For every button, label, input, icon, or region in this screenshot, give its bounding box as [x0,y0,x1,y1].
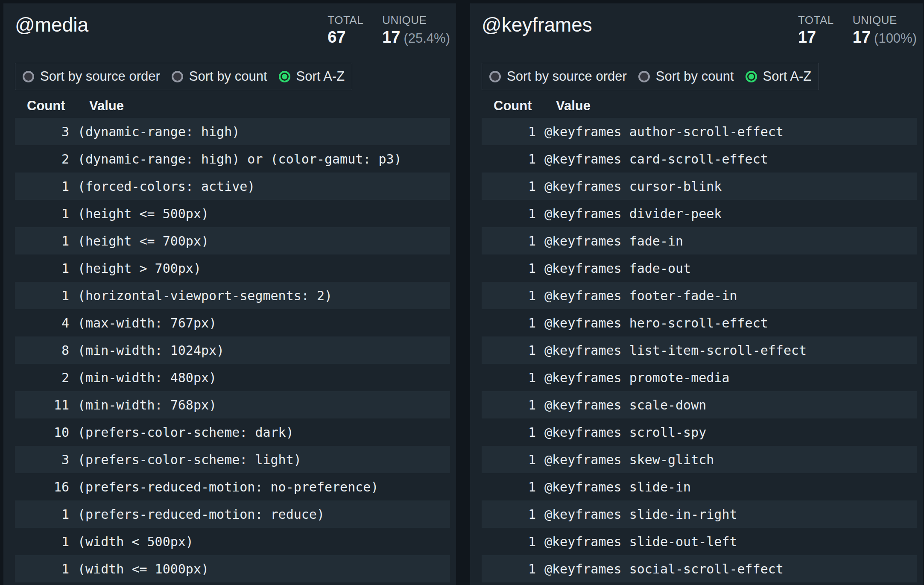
row-count: 1 [15,179,69,194]
radio-icon [746,71,757,82]
sort-option-label: Sort A-Z [763,69,812,84]
sort-a-z-radio[interactable]: Sort A-Z [746,69,812,84]
row-value: @keyframes slide-in-right [544,507,737,522]
table-row: 1@keyframes scroll-spy [482,418,917,446]
sort-option-label: Sort by source order [40,69,160,84]
unique-stat: UNIQUE 17 (100%) [853,14,917,47]
row-count: 1 [482,398,536,412]
unique-stat: UNIQUE 17 (25.4%) [382,14,450,47]
row-count: 2 [15,152,69,167]
unique-label: UNIQUE [853,14,917,27]
table-row: 1@keyframes scale-down [482,391,917,418]
panel-header: @media TOTAL 67 UNIQUE 17 (25.4%) [15,14,450,47]
table-row: 1@keyframes social-scroll-effect [482,555,917,582]
row-value: (prefers-color-scheme: light) [78,452,301,467]
panel-stats: TOTAL 17 UNIQUE 17 (100%) [798,14,917,47]
row-value: @keyframes promote-media [544,370,729,385]
row-count: 1 [482,179,536,194]
row-value: @keyframes cursor-blink [544,179,722,194]
row-count: 1 [482,288,536,303]
sort-by-count-radio[interactable]: Sort by count [172,69,267,84]
total-label: TOTAL [327,14,363,27]
row-count: 3 [15,124,69,139]
total-value: 67 [327,28,345,47]
row-value: (prefers-reduced-motion: reduce) [78,507,325,522]
table-row: 1@keyframes list-item-scroll-effect [482,336,917,364]
row-count: 1 [482,234,536,249]
column-header-value: Value [89,97,124,114]
row-value: (max-width: 767px) [78,316,216,331]
row-value: (prefers-reduced-motion: no-preference) [78,480,378,494]
table-row: 2(min-width: 480px) [15,364,450,391]
table-row: 2(dynamic-range: high) or (color-gamut: … [15,145,450,173]
table-row: 1@keyframes hero-scroll-effect [482,309,917,336]
sort-a-z-radio[interactable]: Sort A-Z [279,69,345,84]
row-value: (min-width: 480px) [78,370,216,385]
table-row: 11(min-width: 768px) [15,391,450,418]
panel-stats: TOTAL 67 UNIQUE 17 (25.4%) [327,14,450,47]
sort-option-label: Sort by source order [507,69,627,84]
table-row: 8(min-width: 1024px) [15,336,450,364]
panel-title: @keyframes [482,14,592,36]
table-header: Count Value [482,97,917,114]
row-count: 1 [482,206,536,221]
column-header-count: Count [27,98,65,113]
unique-label: UNIQUE [382,14,450,27]
table-row: 1(width <= 1000px) [15,555,450,582]
row-value: @keyframes author-scroll-effect [544,124,784,139]
table-row: 16(prefers-reduced-motion: no-preference… [15,473,450,500]
table-row: 1(prefers-reduced-motion: reduce) [15,500,450,528]
table-row: 1(width < 500px) [15,528,450,555]
row-count: 10 [15,425,69,440]
row-count: 1 [15,206,69,221]
column-header-value: Value [556,97,591,114]
sort-by-source-order-radio[interactable]: Sort by source order [23,69,160,84]
sort-option-label: Sort A-Z [296,69,345,84]
table-row: 1(height <= 500px) [15,200,450,227]
unique-value: 17 [382,28,400,47]
panel-title: @media [15,14,88,36]
row-value: @keyframes slide-in [544,480,691,494]
row-value: (horizontal-viewport-segments: 2) [78,288,332,303]
row-count: 16 [15,480,69,494]
row-value: @keyframes divider-peek [544,206,722,221]
row-value: @keyframes slide-out-left [544,534,737,549]
sort-options-group: Sort by source order Sort by count Sort … [15,63,352,90]
row-value: (width < 500px) [78,534,193,549]
row-count: 1 [15,261,69,276]
row-count: 1 [482,480,536,494]
row-count: 1 [482,507,536,522]
row-value: @keyframes fade-in [544,234,683,249]
row-count: 3 [15,452,69,467]
row-value: (height <= 500px) [78,206,209,221]
column-header-count: Count [494,98,532,113]
table-row: 1@keyframes slide-in-right [482,500,917,528]
table-row: 4(max-width: 767px) [15,309,450,336]
row-count: 1 [15,562,69,576]
table-body: 3(dynamic-range: high)2(dynamic-range: h… [15,118,450,582]
row-value: (forced-colors: active) [78,179,255,194]
row-value: (height <= 700px) [78,234,209,249]
table-header: Count Value [15,97,450,114]
table-body: 1@keyframes author-scroll-effect1@keyfra… [482,118,917,582]
row-value: (prefers-color-scheme: dark) [78,425,294,440]
row-count: 11 [15,398,69,412]
table-row: 1(forced-colors: active) [15,173,450,200]
table-row: 1@keyframes author-scroll-effect [482,118,917,145]
row-value: (width <= 1000px) [78,562,209,576]
table-row: 1@keyframes slide-in [482,473,917,500]
row-value: @keyframes scale-down [544,398,706,412]
total-value: 17 [798,28,816,47]
row-value: @keyframes skew-glitch [544,452,714,467]
table-row: 1@keyframes slide-out-left [482,528,917,555]
table-row: 1@keyframes skew-glitch [482,446,917,473]
sort-by-source-order-radio[interactable]: Sort by source order [489,69,627,84]
at-keyframes-panel: @keyframes TOTAL 17 UNIQUE 17 (100%) Sor… [470,3,923,585]
row-count: 1 [482,562,536,576]
table-row: 1(height > 700px) [15,254,450,282]
row-value: (min-width: 1024px) [78,343,224,358]
row-count: 1 [482,425,536,440]
sort-by-count-radio[interactable]: Sort by count [638,69,734,84]
table-row: 1@keyframes card-scroll-effect [482,145,917,173]
row-value: @keyframes footer-fade-in [544,288,737,303]
